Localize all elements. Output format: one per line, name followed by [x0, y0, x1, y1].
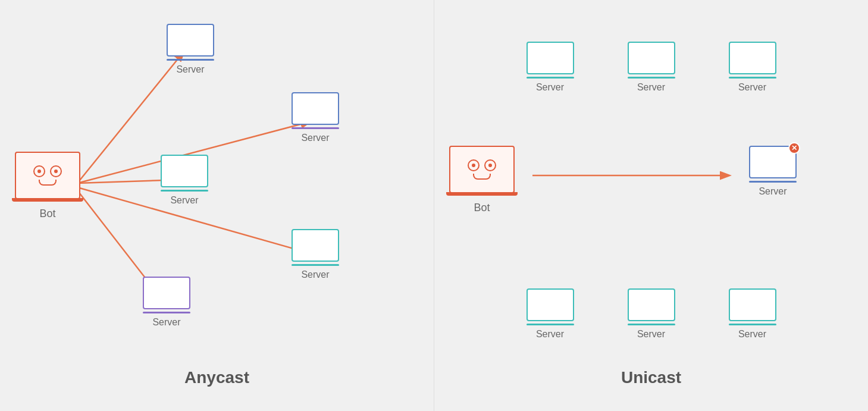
bot-laptop — [15, 152, 80, 199]
server-underline — [143, 312, 190, 313]
bot-eye-right — [50, 165, 62, 177]
server-underline — [729, 324, 776, 325]
unicast-server-top-3-box — [729, 42, 776, 74]
server-line-2 — [770, 164, 775, 166]
anycast-server-2-label: Server — [301, 133, 329, 143]
anycast-section: Bot — [0, 0, 434, 411]
bot-eye-left-inner-unicast — [472, 164, 475, 167]
server-line-1 — [548, 54, 553, 57]
server-line-1 — [548, 301, 553, 303]
unicast-server-top-2-box — [628, 42, 675, 74]
server-lines — [649, 301, 654, 309]
server-lines — [182, 167, 187, 175]
bot-eye-right-inner — [54, 170, 58, 173]
unicast-servers-bottom-row: Server — [434, 288, 868, 340]
server-line-2 — [548, 59, 553, 62]
unicast-server-target: ✕ Server — [749, 146, 797, 197]
unicast-server-bottom-3: Server — [729, 288, 776, 340]
bot-eye-left — [33, 165, 45, 177]
unicast-server-target-label: Server — [759, 186, 786, 197]
server-underline — [527, 324, 574, 325]
server-line-1 — [188, 36, 193, 39]
unicast-server-top-2-label: Server — [637, 82, 665, 93]
bot-eyes-unicast — [468, 159, 496, 171]
bot-face-unicast — [468, 159, 496, 180]
anycast-server-3-box — [161, 155, 208, 187]
server-line-1 — [313, 241, 318, 244]
bot-face — [33, 165, 62, 186]
unicast-server-top-1-label: Server — [536, 82, 564, 93]
unicast-server-top-3: Server — [729, 42, 776, 93]
server-lines — [313, 241, 318, 249]
server-lines — [548, 54, 553, 62]
server-underline — [628, 324, 675, 325]
anycast-server-1-label: Server — [176, 64, 204, 75]
unicast-section: Server — [434, 0, 868, 411]
unicast-server-bottom-2-box — [628, 288, 675, 321]
server-line-2 — [750, 306, 755, 309]
anycast-server-5-label: Server — [152, 317, 180, 328]
server-underline — [729, 77, 776, 79]
bot-eye-left-unicast — [468, 159, 480, 171]
anycast-server-3-label: Server — [170, 195, 198, 206]
anycast-server-5-box — [143, 277, 190, 309]
server-line-2 — [649, 306, 654, 309]
unicast-server-top-3-label: Server — [738, 82, 766, 93]
bot-eyes — [33, 165, 62, 177]
server-line-2 — [548, 306, 553, 309]
anycast-server-4: Server — [292, 229, 339, 280]
server-lines — [770, 158, 775, 166]
anycast-server-4-box — [292, 229, 339, 262]
unicast-title: Unicast — [621, 368, 681, 387]
anycast-bot-label: Bot — [39, 208, 55, 220]
unicast-bot: Bot — [446, 146, 518, 214]
server-lines — [548, 301, 553, 309]
server-underline — [527, 77, 574, 79]
unicast-bot-label: Bot — [474, 202, 490, 214]
unicast-server-top-2: Server — [628, 42, 675, 93]
unicast-server-target-box: ✕ — [749, 146, 797, 178]
bot-eye-right-inner-unicast — [488, 164, 492, 167]
server-underline — [167, 59, 214, 61]
unicast-server-bottom-1-box — [527, 288, 574, 321]
server-line-1 — [750, 301, 755, 303]
server-line-2 — [182, 172, 187, 175]
server-line-2 — [313, 247, 318, 249]
anycast-server-1: Server — [167, 24, 214, 75]
bot-mouth-unicast — [473, 174, 491, 180]
unicast-server-bottom-1: Server — [527, 288, 574, 340]
server-line-1 — [164, 289, 169, 291]
anycast-bot: Bot — [12, 152, 83, 220]
error-badge: ✕ — [788, 142, 800, 154]
server-underline — [161, 190, 208, 192]
server-line-1 — [649, 301, 654, 303]
server-line-2 — [649, 59, 654, 62]
unicast-server-bottom-2: Server — [628, 288, 675, 340]
unicast-servers-top-row: Server — [434, 42, 868, 93]
bot-laptop-unicast — [449, 146, 515, 193]
server-line-1 — [313, 105, 318, 107]
server-line-1 — [770, 158, 775, 161]
server-line-2 — [313, 110, 318, 112]
anycast-title: Anycast — [184, 368, 249, 387]
anycast-server-2-box — [292, 92, 339, 125]
anycast-server-4-label: Server — [301, 269, 329, 280]
anycast-server-1-box — [167, 24, 214, 57]
bot-eye-left-inner — [37, 170, 41, 173]
unicast-server-bottom-1-label: Server — [536, 329, 564, 340]
server-line-1 — [649, 54, 654, 57]
bot-eye-right-unicast — [484, 159, 496, 171]
server-lines — [750, 54, 755, 62]
unicast-server-top-1-box — [527, 42, 574, 74]
server-underline — [628, 77, 675, 79]
server-line-1 — [750, 54, 755, 57]
server-line-2 — [750, 59, 755, 62]
unicast-server-bottom-2-label: Server — [637, 329, 665, 340]
bot-mouth — [39, 180, 57, 186]
unicast-server-bottom-3-label: Server — [738, 329, 766, 340]
anycast-server-2: Server — [292, 92, 339, 143]
server-lines — [313, 105, 318, 112]
unicast-server-bottom-3-box — [729, 288, 776, 321]
server-line-2 — [188, 42, 193, 44]
server-lines — [188, 36, 193, 44]
